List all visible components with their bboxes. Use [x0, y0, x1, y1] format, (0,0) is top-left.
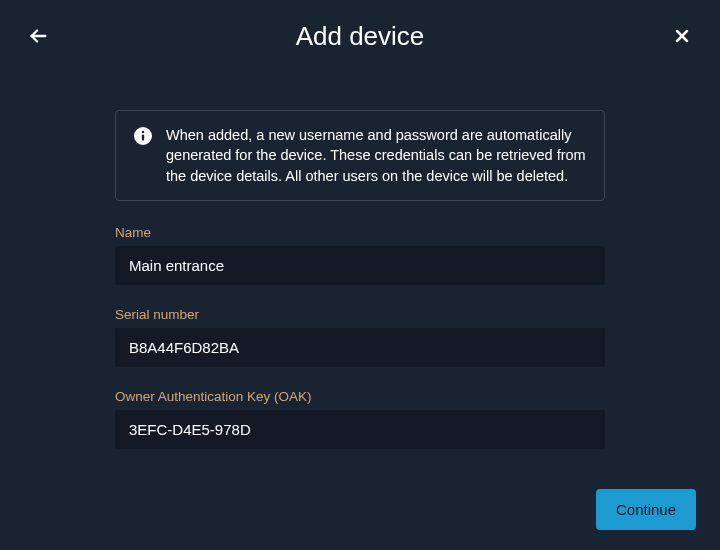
field-group-name: Name [115, 225, 605, 285]
close-icon [672, 26, 692, 46]
serial-input[interactable] [115, 328, 605, 367]
continue-button[interactable]: Continue [596, 489, 696, 530]
info-banner: When added, a new username and password … [115, 110, 605, 201]
svg-rect-5 [142, 135, 144, 141]
arrow-left-icon [27, 25, 49, 47]
info-text: When added, a new username and password … [166, 125, 586, 186]
dialog-content: When added, a new username and password … [0, 72, 720, 449]
back-button[interactable] [24, 22, 52, 50]
oak-label: Owner Authentication Key (OAK) [115, 389, 605, 404]
oak-input[interactable] [115, 410, 605, 449]
svg-point-4 [142, 131, 145, 134]
name-input[interactable] [115, 246, 605, 285]
page-title: Add device [296, 21, 425, 52]
dialog-header: Add device [0, 0, 720, 72]
name-label: Name [115, 225, 605, 240]
field-group-oak: Owner Authentication Key (OAK) [115, 389, 605, 449]
field-group-serial: Serial number [115, 307, 605, 367]
close-button[interactable] [668, 22, 696, 50]
serial-label: Serial number [115, 307, 605, 322]
info-icon [134, 127, 152, 145]
